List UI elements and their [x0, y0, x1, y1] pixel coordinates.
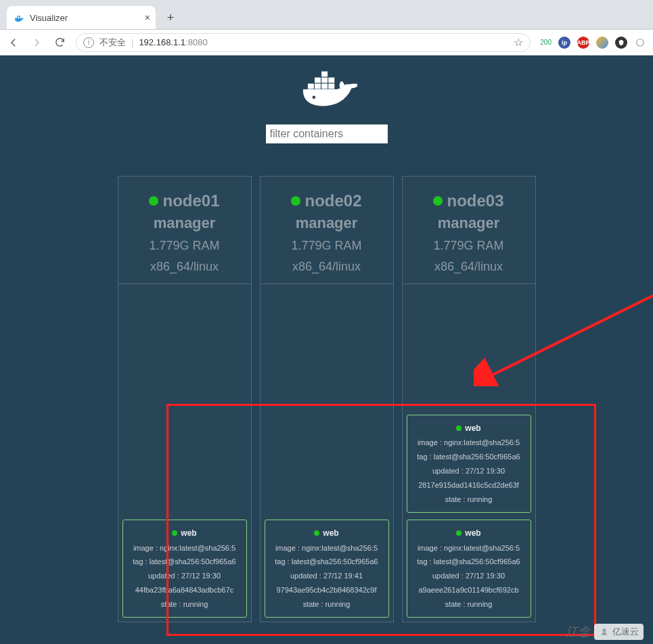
svg-rect-8 — [321, 72, 328, 77]
svg-point-0 — [637, 39, 644, 46]
task-area: webimage : nginx:latest@sha256:5tag : la… — [118, 283, 251, 622]
url-text: 192.168.1.1:8080 — [139, 37, 207, 47]
node-role: manager — [403, 214, 535, 232]
task-updated: updated : 27/12 19:30 — [409, 569, 529, 583]
status-dot-icon — [433, 196, 443, 206]
back-button[interactable] — [7, 36, 20, 49]
task-id: a9aeee261a9c01149bcf692cb — [409, 583, 529, 597]
node-ram: 1.779G RAM — [118, 239, 251, 253]
task-tag: tag : latest@sha256:50cf965a6 — [409, 450, 529, 464]
task-tag: tag : latest@sha256:50cf965a6 — [409, 555, 529, 569]
close-tab-icon[interactable]: × — [145, 12, 150, 23]
task-area: webimage : nginx:latest@sha256:5tag : la… — [403, 283, 535, 622]
site-info-icon[interactable]: i — [83, 37, 94, 48]
task-card[interactable]: webimage : nginx:latest@sha256:5tag : la… — [122, 520, 247, 618]
ext-shield-icon[interactable] — [615, 37, 627, 49]
task-area: webimage : nginx:latest@sha256:5tag : la… — [261, 283, 393, 622]
address-bar: i 不安全 | 192.168.1.1:8080 ☆ 200 ip ABP — [0, 30, 653, 55]
svg-rect-2 — [315, 84, 321, 89]
status-dot-icon — [314, 530, 319, 536]
node-name: node01 — [149, 191, 219, 210]
task-updated: updated : 27/12 19:41 — [267, 569, 387, 583]
task-updated: updated : 27/12 19:30 — [125, 569, 245, 583]
node-column: node02manager1.779G RAMx86_64/linuxwebim… — [260, 176, 394, 622]
task-image: image : nginx:latest@sha256:5 — [267, 541, 387, 555]
watermark: 江念 亿速云 — [566, 624, 644, 640]
svg-point-9 — [312, 96, 315, 99]
task-title: web — [314, 526, 338, 541]
task-card[interactable]: webimage : nginx:latest@sha256:5tag : la… — [265, 520, 389, 618]
node-role: manager — [261, 214, 393, 232]
status-dot-icon — [149, 196, 158, 206]
task-image: image : nginx:latest@sha256:5 — [409, 541, 529, 555]
task-id: 97943ae95cb4c2b8468342c9f — [267, 583, 387, 597]
task-title: web — [172, 526, 196, 541]
svg-rect-7 — [328, 78, 334, 83]
ext-ip-icon[interactable]: ip — [558, 37, 570, 49]
status-dot-icon — [456, 530, 461, 536]
tab-strip: Visualizer × + — [0, 0, 653, 30]
task-state: state : running — [267, 597, 387, 612]
task-image: image : nginx:latest@sha256:5 — [409, 436, 529, 450]
task-updated: updated : 27/12 19:30 — [409, 464, 529, 478]
node-column: node01manager1.779G RAMx86_64/linuxwebim… — [118, 176, 252, 622]
omnibox[interactable]: i 不安全 | 192.168.1.1:8080 ☆ — [76, 33, 531, 52]
browser-tab[interactable]: Visualizer × — [7, 6, 156, 29]
node-ram: 1.779G RAM — [403, 239, 535, 253]
task-id: 44fba23fba6a84843adbcb67c — [125, 583, 245, 597]
node-name: node03 — [433, 191, 503, 210]
ext-abp-icon[interactable]: ABP — [577, 37, 589, 49]
node-ram: 1.779G RAM — [261, 239, 393, 253]
docker-logo — [0, 68, 653, 111]
status-dot-icon — [172, 530, 177, 536]
filter-input[interactable] — [266, 124, 388, 143]
task-state: state : running — [409, 492, 529, 507]
forward-button[interactable] — [30, 36, 43, 49]
task-tag: tag : latest@sha256:50cf965a6 — [125, 555, 245, 569]
task-card[interactable]: webimage : nginx:latest@sha256:5tag : la… — [407, 415, 531, 513]
task-card[interactable]: webimage : nginx:latest@sha256:5tag : la… — [407, 520, 531, 618]
zoom-badge[interactable]: 200 — [540, 39, 551, 46]
new-tab-button[interactable]: + — [161, 8, 180, 27]
task-image: image : nginx:latest@sha256:5 — [125, 541, 245, 555]
node-arch: x86_64/linux — [403, 260, 535, 274]
svg-rect-1 — [307, 84, 313, 89]
task-title: web — [456, 421, 480, 436]
whale-favicon — [14, 12, 24, 23]
node-name: node02 — [291, 191, 361, 210]
task-tag: tag : latest@sha256:50cf965a6 — [267, 555, 387, 569]
ext-more-icon[interactable] — [634, 37, 646, 49]
node-arch: x86_64/linux — [118, 260, 251, 274]
insecure-label: 不安全 — [99, 37, 126, 49]
bookmark-icon[interactable]: ☆ — [514, 36, 523, 49]
task-state: state : running — [409, 597, 529, 612]
node-arch: x86_64/linux — [261, 260, 393, 274]
reload-button[interactable] — [53, 36, 66, 49]
task-title: web — [456, 526, 480, 541]
node-role: manager — [118, 214, 251, 232]
task-state: state : running — [125, 597, 245, 612]
page-content: node01manager1.779G RAMx86_64/linuxwebim… — [0, 55, 653, 644]
status-dot-icon — [456, 426, 461, 431]
tab-title: Visualizer — [30, 13, 68, 23]
svg-rect-4 — [328, 84, 334, 89]
ext-circle-icon[interactable] — [596, 37, 608, 49]
svg-rect-5 — [315, 78, 321, 83]
svg-rect-6 — [321, 78, 328, 83]
task-id: 2817e915dad1416c5cd2de63f — [409, 478, 529, 492]
status-dot-icon — [291, 196, 300, 206]
node-column: node03manager1.779G RAMx86_64/linuxwebim… — [402, 176, 536, 622]
extension-icons: 200 ip ABP — [540, 37, 646, 49]
svg-rect-3 — [321, 84, 328, 89]
